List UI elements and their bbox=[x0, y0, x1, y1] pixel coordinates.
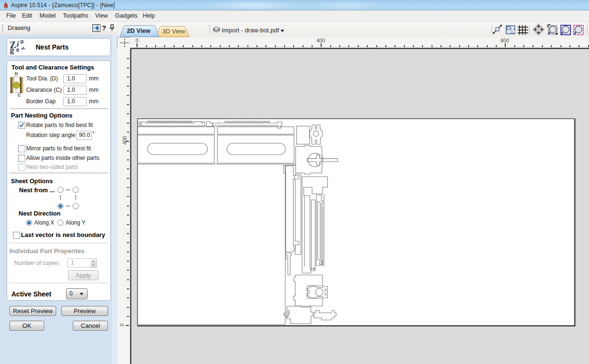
svg-text:C: C bbox=[18, 93, 21, 97]
svg-text:D: D bbox=[15, 71, 18, 76]
